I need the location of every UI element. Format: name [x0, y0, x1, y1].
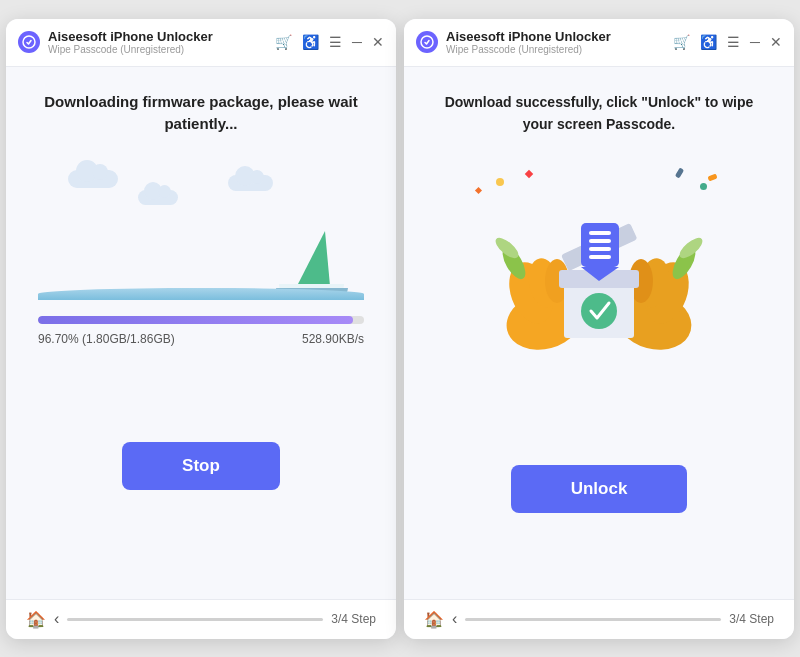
svg-point-0	[23, 36, 35, 48]
step-label-right: 3/4 Step	[729, 612, 774, 626]
home-icon-left[interactable]: 🏠	[26, 610, 46, 629]
app-title-left: Aiseesoft iPhone Unlocker	[48, 29, 267, 44]
title-bar-right: Aiseesoft iPhone Unlocker Wipe Passcode …	[404, 19, 794, 67]
water-waves	[38, 288, 364, 300]
menu-icon[interactable]: ☰	[329, 34, 342, 50]
svg-rect-17	[581, 223, 619, 267]
app-icon-right	[416, 31, 438, 53]
title-text-left: Aiseesoft iPhone Unlocker Wipe Passcode …	[48, 29, 267, 55]
svg-rect-20	[589, 239, 611, 243]
title-bar-left: Aiseesoft iPhone Unlocker Wipe Passcode …	[6, 19, 396, 67]
unlock-button[interactable]: Unlock	[511, 465, 688, 513]
progress-labels: 96.70% (1.80GB/1.86GB) 528.90KB/s	[38, 332, 364, 346]
progress-bar-background	[38, 316, 364, 324]
bottom-bar-left: 🏠 ‹ 3/4 Step	[6, 599, 396, 639]
stop-button[interactable]: Stop	[122, 442, 280, 490]
minimize-icon-right[interactable]: ─	[750, 34, 760, 50]
app-subtitle-right: Wipe Passcode (Unregistered)	[446, 44, 665, 55]
close-icon-right[interactable]: ✕	[770, 34, 782, 50]
close-icon[interactable]: ✕	[372, 34, 384, 50]
app-title-right: Aiseesoft iPhone Unlocker	[446, 29, 665, 44]
accessibility-icon-right[interactable]: ♿	[700, 34, 717, 50]
confetti-6	[707, 174, 717, 182]
success-illustration	[436, 163, 762, 383]
cloud-3	[228, 175, 273, 191]
progress-speed: 528.90KB/s	[302, 332, 364, 346]
window-controls-right: 🛒 ♿ ☰ ─ ✕	[673, 34, 782, 50]
success-svg	[489, 173, 709, 373]
cloud-1	[68, 170, 118, 188]
accessibility-icon[interactable]: ♿	[302, 34, 319, 50]
right-content: Download successfully, click "Unlock" to…	[404, 67, 794, 599]
bottom-bar-right: 🏠 ‹ 3/4 Step	[404, 599, 794, 639]
left-window: Aiseesoft iPhone Unlocker Wipe Passcode …	[6, 19, 396, 639]
title-text-right: Aiseesoft iPhone Unlocker Wipe Passcode …	[446, 29, 665, 55]
back-icon-left[interactable]: ‹	[54, 610, 59, 628]
success-heading: Download successfully, click "Unlock" to…	[436, 91, 762, 136]
left-content: Downloading firmware package, please wai…	[6, 67, 396, 599]
right-window: Aiseesoft iPhone Unlocker Wipe Passcode …	[404, 19, 794, 639]
cloud-2	[138, 190, 178, 205]
boat-sail	[297, 231, 330, 286]
window-controls-left: 🛒 ♿ ☰ ─ ✕	[275, 34, 384, 50]
cart-icon[interactable]: 🛒	[275, 34, 292, 50]
bottom-progress-right	[465, 618, 721, 621]
svg-rect-21	[589, 247, 611, 251]
svg-point-23	[581, 293, 617, 329]
minimize-icon[interactable]: ─	[352, 34, 362, 50]
app-subtitle-left: Wipe Passcode (Unregistered)	[48, 44, 267, 55]
step-label-left: 3/4 Step	[331, 612, 376, 626]
water	[38, 288, 364, 300]
confetti-5	[475, 187, 482, 194]
progress-bar-fill	[38, 316, 353, 324]
download-heading: Downloading firmware package, please wai…	[38, 91, 364, 136]
cart-icon-right[interactable]: 🛒	[673, 34, 690, 50]
bottom-progress-left	[67, 618, 323, 621]
progress-percent-size: 96.70% (1.80GB/1.86GB)	[38, 332, 175, 346]
progress-section: 96.70% (1.80GB/1.86GB) 528.90KB/s	[38, 316, 364, 346]
home-icon-right[interactable]: 🏠	[424, 610, 444, 629]
svg-point-1	[421, 36, 433, 48]
app-icon-left	[18, 31, 40, 53]
download-illustration	[38, 160, 364, 300]
back-icon-right[interactable]: ‹	[452, 610, 457, 628]
menu-icon-right[interactable]: ☰	[727, 34, 740, 50]
svg-rect-22	[589, 255, 611, 259]
svg-rect-19	[589, 231, 611, 235]
